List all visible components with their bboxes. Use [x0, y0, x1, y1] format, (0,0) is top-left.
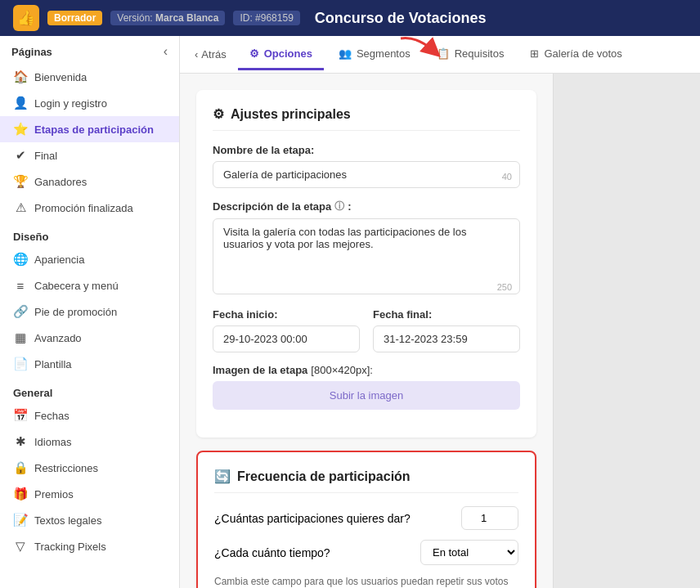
badge-borrador: Borrador: [47, 11, 102, 25]
frequency-q1-label: ¿Cuántas participaciones quieres dar?: [214, 512, 411, 525]
panels: ⚙ Ajustes principales Nombre de la etapa…: [180, 74, 700, 588]
name-char-count: 40: [502, 172, 512, 182]
sidebar-pages-header: Páginas ‹: [0, 36, 179, 64]
tab-segmentos[interactable]: 👥 Segmentos: [327, 39, 422, 70]
pages-section-title: Páginas: [11, 46, 52, 58]
frequency-period-select[interactable]: En total Cada día Cada hora: [420, 540, 518, 565]
field-group-imagen: Imagen de la etapa [800×420px]: Subir la…: [213, 364, 520, 410]
tab-galeria-votos[interactable]: ⊞ Galería de votos: [518, 39, 633, 70]
tab-requisitos[interactable]: 📋 Requisitos: [425, 39, 516, 70]
sidebar-label: Cabecera y menú: [34, 280, 119, 292]
doc-icon: 📄: [13, 357, 28, 371]
settings-icon: ⚙: [213, 106, 224, 122]
frequency-card: 🔄 Frecuencia de participación ¿Cuántas p…: [196, 451, 536, 588]
sidebar-label: Etapas de participación: [34, 123, 154, 136]
name-field-label: Nombre de la etapa:: [213, 144, 520, 156]
sidebar-item-bienvenida[interactable]: 🏠 Bienvenida: [0, 64, 179, 90]
sidebar-item-final[interactable]: ✔ Final: [0, 142, 179, 168]
main-settings-card: ⚙ Ajustes principales Nombre de la etapa…: [196, 90, 536, 438]
tab-label: Requisitos: [455, 47, 505, 60]
sidebar-item-premios[interactable]: 🎁 Premios: [0, 481, 179, 507]
sidebar-label: Fechas: [34, 410, 70, 422]
badge-id: ID: #968159: [233, 11, 299, 25]
content-area: ‹ Atrás ⚙ Opciones 👥 Segmentos 📋 Requisi…: [180, 36, 700, 588]
sidebar-item-pie[interactable]: 🔗 Pie de promoción: [0, 298, 179, 325]
desc-char-count: 250: [497, 282, 512, 292]
fecha-final-label: Fecha final:: [373, 308, 520, 321]
frequency-hint: Cambia este campo para que los usuarios …: [214, 575, 518, 588]
sidebar-item-promocion-finalizada[interactable]: ⚠ Promoción finalizada: [0, 195, 179, 221]
user-icon: 👤: [13, 96, 28, 110]
tab-label: Segmentos: [357, 47, 411, 60]
sidebar-item-cabecera[interactable]: ≡ Cabecera y menú: [0, 272, 179, 298]
segmentos-icon: 👥: [339, 47, 352, 60]
menu-icon: ≡: [13, 278, 28, 293]
sidebar-label: Ganadores: [34, 176, 87, 188]
sidebar-label: Bienvenida: [34, 71, 87, 83]
check-icon: ✔: [13, 148, 28, 163]
preview-panel: [553, 74, 700, 588]
sidebar-item-avanzado[interactable]: ▦ Avanzado: [0, 325, 179, 351]
field-group-desc: Descripción de la etapa ⓘ : Visita la ga…: [213, 200, 520, 297]
sidebar: Páginas ‹ 🏠 Bienvenida 👤 Login y registr…: [0, 36, 180, 588]
frequency-title: 🔄 Frecuencia de participación: [214, 469, 518, 493]
legal-icon: 📝: [13, 513, 28, 527]
imagen-label: Imagen de la etapa [800×420px]:: [213, 364, 520, 376]
sidebar-item-tracking-pixels[interactable]: ▽ Tracking Pixels: [0, 533, 179, 559]
grid-icon: ▦: [13, 330, 28, 345]
design-section-title: Diseño: [0, 221, 179, 246]
desc-field-label: Descripción de la etapa ⓘ :: [213, 200, 520, 213]
sidebar-item-plantilla[interactable]: 📄 Plantilla: [0, 351, 179, 377]
sidebar-item-login[interactable]: 👤 Login y registro: [0, 90, 179, 116]
general-section-title: General: [0, 377, 179, 402]
sidebar-label: Promoción finalizada: [34, 202, 133, 214]
main-settings-title: ⚙ Ajustes principales: [213, 106, 520, 131]
sidebar-item-idiomas[interactable]: ✱ Idiomas: [0, 429, 179, 455]
fecha-inicio-group: Fecha inicio:: [213, 308, 360, 352]
sidebar-label: Idiomas: [34, 436, 72, 448]
fecha-final-input[interactable]: [373, 325, 520, 352]
sidebar-label: Final: [34, 150, 57, 162]
back-label: Atrás: [201, 48, 226, 61]
name-field-wrapper: 40: [213, 161, 520, 188]
sidebar-label: Textos legales: [34, 514, 101, 527]
sidebar-label: Pie de promoción: [34, 306, 117, 318]
sidebar-item-fechas[interactable]: 📅 Fechas: [0, 402, 179, 429]
page-title: Concurso de Votaciones: [315, 10, 487, 27]
back-arrow-icon: ‹: [195, 48, 198, 61]
sidebar-collapse-button[interactable]: ‹: [164, 44, 168, 59]
sidebar-label: Apariencia: [34, 254, 84, 266]
tab-back-button[interactable]: ‹ Atrás: [186, 43, 235, 65]
frequency-q2-label: ¿Cada cuánto tiempo?: [214, 546, 330, 559]
trophy-icon: 🏆: [13, 174, 28, 189]
opciones-icon: ⚙: [249, 47, 259, 60]
requisitos-icon: 📋: [437, 47, 450, 60]
gift-icon: 🎁: [13, 487, 28, 501]
frequency-count-input[interactable]: [461, 506, 518, 530]
sidebar-item-ganadores[interactable]: 🏆 Ganadores: [0, 168, 179, 195]
frequency-icon: 🔄: [214, 469, 231, 484]
q2-question-mark: ¿: [214, 546, 222, 559]
sidebar-label: Avanzado: [34, 332, 82, 344]
upload-image-button[interactable]: Subir la imagen: [213, 381, 520, 410]
fecha-inicio-input[interactable]: [213, 325, 360, 352]
tab-label: Opciones: [264, 47, 312, 60]
sidebar-item-restricciones[interactable]: 🔒 Restricciones: [0, 455, 179, 481]
sidebar-item-apariencia[interactable]: 🌐 Apariencia: [0, 246, 179, 272]
form-panel: ⚙ Ajustes principales Nombre de la etapa…: [180, 74, 553, 588]
star-icon: ⭐: [13, 122, 28, 137]
pixel-icon: ▽: [13, 539, 28, 554]
name-input[interactable]: [213, 161, 520, 188]
link-icon: 🔗: [13, 304, 28, 319]
lock-icon: 🔒: [13, 460, 28, 475]
sidebar-item-textos-legales[interactable]: 📝 Textos legales: [0, 507, 179, 533]
tab-label: Galería de votos: [544, 47, 621, 60]
desc-textarea[interactable]: Visita la galería con todas las particip…: [213, 218, 520, 294]
frequency-q1-row: ¿Cuántas participaciones quieres dar?: [214, 506, 518, 530]
home-icon: 🏠: [13, 70, 28, 84]
tab-opciones[interactable]: ⚙ Opciones: [238, 39, 324, 70]
sidebar-item-etapas[interactable]: ⭐ Etapas de participación: [0, 116, 179, 142]
calendar-icon: 📅: [13, 408, 28, 423]
desc-field-wrapper: Visita la galería con todas las particip…: [213, 218, 520, 297]
sidebar-label: Premios: [34, 488, 74, 500]
